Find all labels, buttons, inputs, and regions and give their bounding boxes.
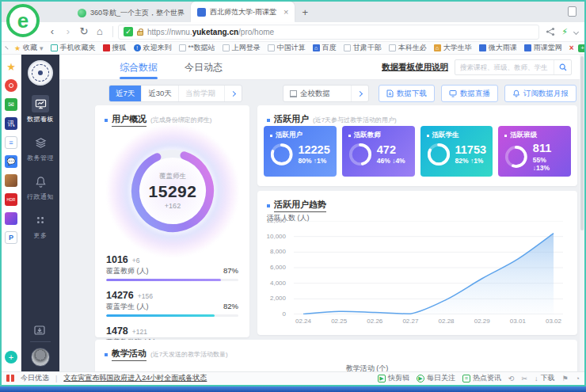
app-icon-navy[interactable]: 讯 (5, 117, 17, 130)
section-title: 活跃用户趋势 (274, 199, 326, 212)
refresh-button[interactable]: ↻ (76, 24, 92, 40)
back-button[interactable]: ‹ (44, 24, 60, 40)
chat-icon[interactable]: 💬 (5, 155, 17, 168)
hot-news-tool[interactable]: ≡热点资讯 (462, 373, 501, 383)
screenshot-icon[interactable]: ✂ (521, 375, 527, 382)
filter-bar: 近7天 近30天 当前学期 全校数据 数据下载 数据直播 (59, 85, 580, 102)
download-tray-icon[interactable] (33, 324, 48, 337)
screen: e 360导航_一个主页，整个世界 西北师范大学-雨课堂 × + ‹ › ↻ ⌂… (0, 0, 586, 392)
accelerator-lightning-icon[interactable]: ⚡ (561, 27, 568, 37)
360-eye-icon[interactable] (5, 79, 17, 92)
sidebar-item-dashboard[interactable]: 数据看板 (21, 90, 59, 129)
x-axis-tick: 02.26 (357, 318, 392, 325)
daily-focus-tool[interactable]: ▶每日关注 (417, 373, 455, 383)
scrollbar-thumb[interactable] (580, 56, 584, 230)
windows-taskbar-strip[interactable] (0, 386, 586, 392)
dashboard-help-link[interactable]: 数据看板使用说明 (382, 62, 448, 73)
search-icon[interactable] (554, 60, 571, 74)
page-icon (268, 44, 275, 51)
security-shield-icon[interactable]: ✓ (124, 27, 133, 36)
history-icon[interactable]: ⟲ (508, 375, 515, 382)
share-icon[interactable] (546, 27, 555, 36)
mail-icon[interactable]: ✉ (5, 98, 17, 111)
search-input[interactable] (455, 63, 554, 71)
active-classes-card[interactable]: 活跃班级 81155% ↓13% (498, 126, 571, 177)
bookmarks-bar: ★收藏▾ 手机收藏夹 搜狐 !欢迎来到 **数据站 上网登录 中国计算 ⌂百度 … (2, 42, 584, 55)
section-bullet (105, 119, 108, 122)
bookmark-item[interactable]: 中国计算 (268, 43, 306, 53)
semester-select[interactable]: 当前学期 (179, 86, 225, 101)
donut-delta: +162 (165, 202, 181, 210)
bookmark-item-favorites[interactable]: ★收藏▾ (14, 43, 44, 53)
daily-pick-link[interactable]: 今日优选 (21, 373, 49, 383)
page-scrollbar[interactable] (580, 55, 584, 371)
range-7d-button[interactable]: 近7天 (109, 86, 142, 101)
bell-icon (32, 173, 49, 190)
range-30d-button[interactable]: 近30天 (142, 86, 179, 101)
sidebar-item-academic[interactable]: 教务管理 (21, 129, 59, 168)
browser-360-logo-icon[interactable]: e (6, 4, 40, 37)
scope-next-chevron[interactable] (352, 86, 368, 101)
data-download-button[interactable]: 数据下载 (379, 85, 435, 102)
x-axis-tick: 02.28 (429, 318, 464, 325)
bookmark-item[interactable]: 手机收藏夹 (51, 43, 96, 53)
university-logo[interactable] (28, 60, 53, 86)
bookmark-item[interactable]: ⌂大学生毕 (434, 43, 472, 53)
date-range-control: 近7天 近30天 当前学期 (108, 85, 242, 102)
browser-tab-yuketang[interactable]: 西北师范大学-雨课堂 × (191, 2, 295, 22)
user-avatar[interactable] (31, 348, 50, 367)
add-extension-icon[interactable]: + (578, 44, 584, 52)
bookmark-item[interactable]: 雨课堂网 (524, 43, 562, 53)
active-students-card[interactable]: 活跃学生 1175382% ↑1% (420, 126, 493, 177)
news-ticker-link[interactable]: 文在寅宣布韩国政府进入24小时全面戒备状态 (63, 373, 207, 383)
url-text[interactable]: https://nwnu.yuketang.cn/pro/home (147, 28, 274, 36)
browser-tab-home[interactable]: 360导航_一个主页，整个世界 (71, 3, 191, 22)
range-next-chevron[interactable] (225, 86, 242, 101)
download-arrow-icon: ↓ (535, 375, 538, 382)
download-manager[interactable]: ↓下载 (535, 373, 555, 383)
quick-clip-tool[interactable]: ▶快剪辑 (378, 373, 409, 383)
sidebar-item-more[interactable]: 更多 (21, 207, 59, 245)
bookmark-item-baidu[interactable]: ⌂百度 (313, 43, 337, 53)
forward-button[interactable]: › (60, 24, 76, 40)
progress-bar (106, 279, 221, 281)
clipboard-icon[interactable] (568, 6, 576, 17)
game-icon[interactable] (5, 174, 17, 187)
scope-select[interactable]: 全校数据 (283, 86, 352, 101)
toolbar-chevron-down-icon[interactable] (573, 29, 579, 34)
souhu-icon (103, 44, 110, 51)
subscribe-report-button[interactable]: 订阅数据月报 (504, 85, 576, 102)
bookmarks-collapse-icon[interactable] (5, 46, 8, 49)
address-bar[interactable]: ✓ https://nwnu.yuketang.cn/pro/home (118, 25, 539, 40)
bookmark-item[interactable]: 微大雨课 (479, 43, 517, 53)
bookmark-item[interactable]: **数据站 (179, 43, 215, 53)
bookmark-item[interactable]: 上网登录 (223, 43, 261, 53)
hdr-icon[interactable]: HDR (5, 193, 17, 206)
tab-today-activity[interactable]: 今日动态 (185, 55, 223, 80)
grid-dots-icon (32, 211, 49, 229)
bookmark-item[interactable]: 本科生必 (389, 43, 427, 53)
home-button[interactable]: ⌂ (92, 24, 108, 40)
favorites-star-icon[interactable]: ★ (5, 60, 17, 73)
flag-icon[interactable]: ⚑ (561, 375, 568, 382)
doc-icon[interactable]: ≡ (5, 136, 17, 149)
game-icon[interactable] (5, 212, 17, 225)
y-axis-tick: 10,000 (257, 233, 286, 240)
active-teachers-card[interactable]: 活跃教师 47246% ↓4% (342, 126, 415, 177)
bookmark-item[interactable]: !欢迎来到 (134, 43, 172, 53)
bookmark-item[interactable]: 搜狐 (103, 43, 127, 53)
p-app-icon[interactable]: P (5, 231, 17, 244)
bookmark-item[interactable]: 甘肃干部 (344, 43, 382, 53)
plus-icon[interactable]: + (5, 351, 17, 363)
tab2-favicon (197, 8, 206, 17)
sidebar-item-label: 教务管理 (21, 154, 59, 162)
data-live-button[interactable]: 数据直播 (441, 85, 498, 102)
ad-block-icon[interactable]: × (569, 44, 574, 52)
network-icon[interactable]: ◔ (576, 375, 580, 382)
tab-close-icon[interactable]: × (283, 7, 288, 17)
section-title: 教学活动 (112, 348, 146, 361)
new-tab-button[interactable]: + (295, 3, 315, 22)
sidebar-item-notice[interactable]: 行政通知 (21, 168, 59, 207)
tab2-title: 西北师范大学-雨课堂 (210, 7, 276, 17)
active-users-card[interactable]: 活跃用户 1222580% ↑1% (264, 126, 337, 177)
